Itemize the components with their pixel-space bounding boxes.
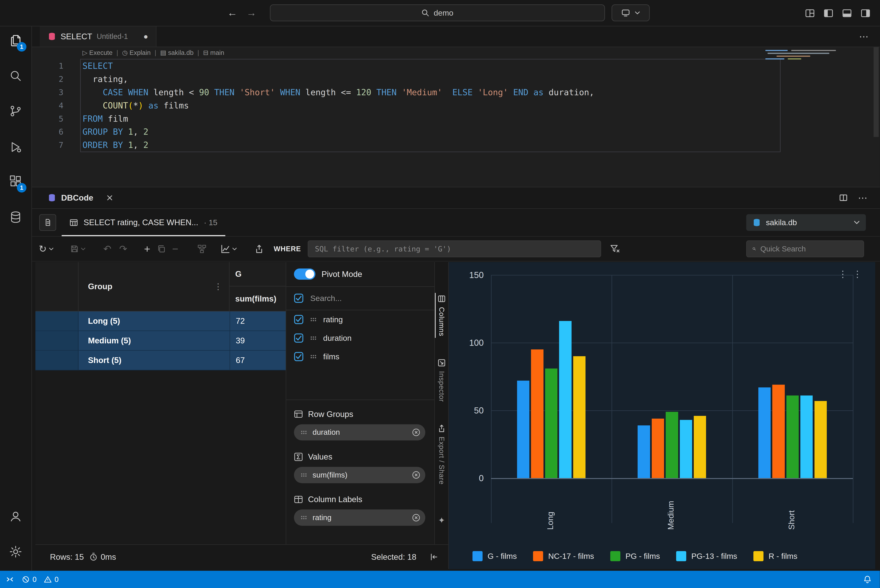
legend-item[interactable]: R - films bbox=[753, 551, 797, 561]
side-tab-inspector[interactable]: Inspector bbox=[435, 357, 448, 404]
editor-scrollbar[interactable] bbox=[874, 47, 879, 137]
code-lines[interactable]: SELECT rating, CASE WHEN length < 90 THE… bbox=[82, 60, 835, 152]
problems-indicator[interactable]: 0 0 bbox=[22, 575, 58, 584]
tab-sql-untitled-1[interactable]: SELECT Untitled-1 ● bbox=[40, 26, 156, 46]
codelens-execute[interactable]: ▷ Execute bbox=[82, 49, 112, 56]
ai-sparkle-icon[interactable]: ✦ bbox=[438, 515, 445, 525]
drag-handle-icon[interactable] bbox=[300, 515, 307, 520]
command-center-search[interactable]: demo bbox=[270, 4, 605, 21]
group-cell[interactable]: Long (5) bbox=[78, 311, 230, 330]
codelens-main[interactable]: ⊟ main bbox=[203, 49, 224, 56]
settings-button[interactable] bbox=[0, 539, 31, 564]
collapse-left-icon[interactable] bbox=[430, 553, 438, 561]
sql-editor[interactable]: ▷ Execute|◷ Explain|▤ sakila.db|⊟ main 1… bbox=[32, 47, 880, 187]
toggle-sidebar-icon[interactable] bbox=[823, 8, 834, 18]
minimap[interactable] bbox=[765, 50, 840, 60]
table-row[interactable]: Medium (5)39 bbox=[35, 331, 286, 351]
group-cell[interactable]: Medium (5) bbox=[78, 331, 230, 350]
drag-handle-icon[interactable] bbox=[300, 430, 307, 435]
checkbox-icon[interactable] bbox=[294, 315, 303, 324]
pivot-search-input[interactable] bbox=[310, 294, 434, 303]
legend-item[interactable]: G - films bbox=[472, 551, 517, 561]
pill-rating[interactable]: rating bbox=[294, 510, 425, 526]
pivot-field-rating[interactable]: rating bbox=[286, 310, 434, 329]
codelens-explain[interactable]: ◷ Explain bbox=[122, 49, 151, 56]
x-axis-category-label: Short bbox=[787, 485, 796, 530]
copilot-button[interactable] bbox=[612, 4, 650, 21]
back-button[interactable]: ← bbox=[227, 7, 237, 18]
results-tab[interactable]: SELECT rating, CASE WHEN... · 15 bbox=[60, 209, 226, 236]
remove-icon[interactable] bbox=[412, 513, 420, 522]
column-menu-icon[interactable]: ⋮ bbox=[214, 282, 222, 291]
value-cell[interactable]: 39 bbox=[229, 331, 285, 350]
checkbox-icon[interactable] bbox=[294, 333, 303, 343]
legend-item[interactable]: NC-17 - films bbox=[533, 551, 594, 561]
checkbox-icon[interactable] bbox=[294, 352, 303, 362]
pivot-mode-toggle[interactable] bbox=[294, 268, 315, 280]
sql-filter-input[interactable] bbox=[308, 240, 601, 257]
account-button[interactable] bbox=[0, 504, 31, 529]
pill-duration[interactable]: duration bbox=[294, 424, 425, 441]
messages-view-button[interactable] bbox=[39, 214, 56, 231]
chevron-down-icon bbox=[854, 221, 860, 224]
remove-icon[interactable] bbox=[412, 471, 420, 479]
codelens-sakila-db[interactable]: ▤ sakila.db bbox=[160, 49, 193, 56]
remote-indicator-icon[interactable] bbox=[6, 575, 14, 584]
pivot-field-duration[interactable]: duration bbox=[286, 329, 434, 347]
pivot-column-header[interactable]: G bbox=[229, 262, 285, 286]
remove-icon[interactable] bbox=[412, 428, 420, 436]
select-all-checkbox-icon[interactable] bbox=[294, 294, 303, 303]
tab-dbcode[interactable]: DBCode bbox=[32, 193, 113, 202]
chart-menu-icon[interactable]: ⋮ bbox=[838, 269, 847, 279]
refresh-button[interactable]: ↻ bbox=[39, 244, 53, 254]
pill-sum-films-[interactable]: sum(films) bbox=[294, 467, 425, 483]
group-cell[interactable]: Short (5) bbox=[78, 351, 230, 370]
sidebar-item-search[interactable] bbox=[0, 63, 31, 88]
side-tab-export-share[interactable]: Export / Share bbox=[435, 423, 448, 486]
customize-layout-icon[interactable] bbox=[805, 8, 815, 18]
sidebar-item-extensions[interactable]: 1 bbox=[0, 169, 31, 194]
legend-item[interactable]: PG - films bbox=[610, 551, 660, 561]
value-cell[interactable]: 67 bbox=[229, 351, 285, 370]
split-panel-icon[interactable] bbox=[839, 193, 848, 202]
relations-icon[interactable] bbox=[198, 244, 207, 254]
table-row[interactable]: Long (5)72 bbox=[35, 311, 286, 331]
drag-handle-icon[interactable] bbox=[310, 335, 317, 341]
value-cell[interactable]: 72 bbox=[229, 311, 285, 330]
sidebar-item-run-debug[interactable] bbox=[0, 135, 31, 159]
export-icon[interactable] bbox=[255, 244, 264, 254]
legend-item[interactable]: PG-13 - films bbox=[676, 551, 737, 561]
drag-handle-icon[interactable] bbox=[310, 354, 317, 360]
save-button[interactable] bbox=[70, 244, 85, 253]
copy-icon[interactable] bbox=[157, 244, 165, 253]
connection-select[interactable]: sakila.db bbox=[746, 214, 866, 231]
undo-icon[interactable]: ↶ bbox=[103, 244, 111, 254]
redo-icon[interactable]: ↷ bbox=[119, 244, 127, 254]
toggle-panel-icon[interactable] bbox=[842, 8, 852, 18]
chart-panel-menu-icon[interactable]: ⋮ bbox=[853, 269, 862, 279]
group-column-header[interactable]: Group ⋮ bbox=[78, 262, 230, 311]
drag-handle-icon[interactable] bbox=[310, 317, 317, 322]
close-icon[interactable] bbox=[106, 194, 113, 201]
forward-button[interactable]: → bbox=[246, 7, 256, 18]
sidebar-item-database[interactable] bbox=[0, 205, 31, 230]
sidebar-item-source-control[interactable] bbox=[0, 99, 31, 123]
panel-more-actions-icon[interactable]: ⋯ bbox=[858, 192, 869, 203]
sidebar-item-explorer[interactable]: 1 bbox=[0, 28, 31, 53]
side-tab-columns[interactable]: Columns bbox=[435, 293, 448, 338]
notifications-bell-icon[interactable] bbox=[863, 575, 872, 584]
pill-label: duration bbox=[312, 428, 340, 436]
add-row-icon[interactable]: + bbox=[144, 243, 150, 254]
modified-dot-icon[interactable]: ● bbox=[144, 32, 148, 41]
clear-filter-icon[interactable] bbox=[610, 244, 620, 253]
editor-more-actions-icon[interactable]: ⋯ bbox=[859, 31, 880, 42]
chart-button[interactable] bbox=[221, 244, 237, 254]
quick-search-input[interactable] bbox=[760, 244, 858, 253]
table-row[interactable]: Short (5)67 bbox=[35, 351, 286, 370]
toggle-secondary-sidebar-icon[interactable] bbox=[860, 8, 871, 18]
value-column-header[interactable]: sum(films) bbox=[229, 286, 285, 311]
quick-search[interactable] bbox=[746, 240, 864, 257]
remove-row-icon[interactable]: − bbox=[172, 243, 178, 254]
drag-handle-icon[interactable] bbox=[300, 472, 307, 478]
pivot-field-films[interactable]: films bbox=[286, 347, 434, 366]
